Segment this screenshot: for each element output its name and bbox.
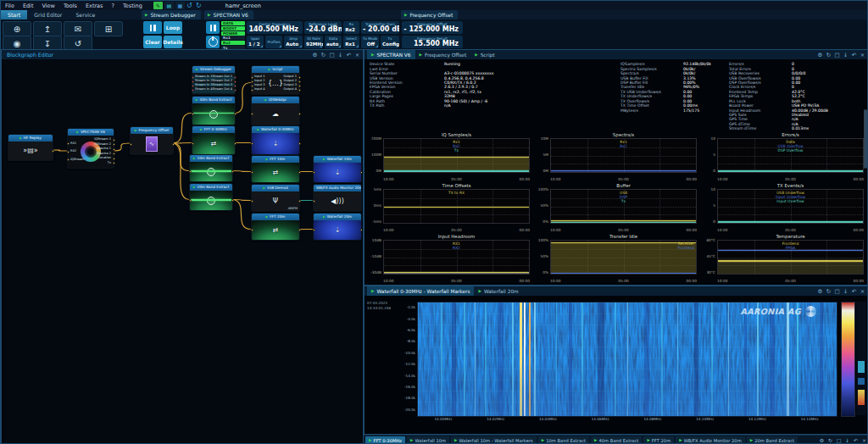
input-port[interactable] bbox=[251, 142, 253, 145]
iq-rate-field[interactable]: IQ Rate92MHz bbox=[304, 36, 323, 48]
list-icon[interactable]: ▤ bbox=[164, 2, 174, 9]
chart-plot[interactable]: USBDSPTx bbox=[550, 189, 697, 224]
data-field[interactable]: Dataauto bbox=[325, 36, 342, 48]
input-port[interactable] bbox=[192, 142, 194, 145]
select-field[interactable]: SelectRx1 bbox=[343, 36, 359, 48]
chart-plot[interactable]: Rx1Rx2 bbox=[550, 138, 697, 173]
input-port[interactable] bbox=[251, 171, 253, 174]
frequency-result-field[interactable]: Frequency Result15.500 MHz bbox=[402, 36, 463, 48]
node-wb-fx-audio-monitor-20m[interactable]: ▶WB/FX Audio Monitor 20m◀))) bbox=[313, 184, 362, 212]
output-port[interactable] bbox=[298, 76, 301, 79]
waterfall-minimap[interactable] bbox=[856, 302, 866, 415]
input-port[interactable] bbox=[251, 85, 253, 87]
output-port[interactable] bbox=[298, 89, 301, 92]
output-port[interactable] bbox=[113, 139, 115, 142]
ribbon-tab-service[interactable]: Service bbox=[69, 10, 102, 19]
chart-plot[interactable]: DataUSB OverflowDSP Overflow bbox=[717, 138, 864, 173]
status-scrollbar[interactable] bbox=[864, 109, 867, 169]
output-port[interactable] bbox=[298, 85, 301, 87]
layout-icon[interactable]: ▦ bbox=[175, 2, 185, 9]
node-fft-10m[interactable]: ▶FFT 10m⇄ bbox=[251, 155, 300, 183]
float-icon[interactable]: ↶ bbox=[346, 52, 352, 58]
input-port[interactable] bbox=[313, 200, 315, 203]
input-port[interactable] bbox=[251, 200, 253, 203]
chart-plot[interactable]: TX to RX bbox=[383, 189, 530, 224]
input-port[interactable] bbox=[251, 229, 253, 231]
input-port[interactable] bbox=[192, 80, 194, 83]
stream-debugger-pause-button[interactable] bbox=[143, 21, 162, 34]
input-port[interactable] bbox=[192, 76, 194, 79]
upload-button[interactable]: ↥ bbox=[33, 21, 62, 36]
loop-button[interactable]: Loop bbox=[164, 21, 182, 34]
node-20m-band-extract[interactable]: ▶20m Band Extract bbox=[189, 183, 233, 211]
profiles-button[interactable]: Profiles bbox=[265, 36, 282, 48]
input-port[interactable] bbox=[313, 171, 315, 174]
ribbon-tab-start[interactable]: Start bbox=[1, 10, 27, 19]
feedback-button[interactable]: ✉ bbox=[64, 21, 92, 36]
blockgraph-canvas[interactable]: ▶HF Replay»▤»▶SPECTRAN V6RX1RX2IQStreamI… bbox=[3, 59, 362, 443]
node-frequency-offset[interactable]: ▶Frequency Offset∿ bbox=[130, 126, 174, 155]
ribbon-tab-grid-editor[interactable]: Grid Editor bbox=[27, 10, 69, 19]
output-port[interactable] bbox=[360, 229, 363, 231]
input-port[interactable] bbox=[189, 199, 192, 202]
node-40m-band-extract[interactable]: ▶40m Band Extract bbox=[192, 96, 236, 125]
menu-extras[interactable]: Extras bbox=[81, 3, 108, 9]
output-port[interactable] bbox=[298, 80, 301, 83]
output-port[interactable] bbox=[234, 76, 236, 79]
output-port[interactable] bbox=[298, 200, 301, 203]
menu-[interactable]: ? bbox=[107, 3, 118, 9]
refresh-icon[interactable]: ↻ bbox=[826, 52, 832, 58]
node-10m-band-extract[interactable]: ▶10m Band Extract bbox=[189, 154, 233, 182]
details-button[interactable]: Details bbox=[164, 36, 182, 48]
close-icon[interactable]: × bbox=[860, 288, 865, 295]
dock-icon[interactable]: ↓ bbox=[843, 52, 849, 58]
rx-indicator-rx1[interactable]: Rx1 bbox=[221, 36, 245, 40]
gear-icon[interactable]: ⚙ bbox=[817, 288, 823, 295]
group-tab-spectran-v6[interactable]: ▶SPECTRAN V6 bbox=[204, 10, 253, 19]
input-port[interactable] bbox=[251, 89, 253, 92]
input-port[interactable] bbox=[251, 113, 253, 115]
store-button[interactable]: ⊞ bbox=[94, 21, 123, 36]
menu-tools[interactable]: Tools bbox=[59, 3, 81, 9]
input-port[interactable] bbox=[192, 89, 194, 92]
center-frequency-field[interactable]: Center Frequency140.500 MHz bbox=[247, 21, 303, 34]
output-port[interactable] bbox=[234, 85, 236, 87]
output-port[interactable] bbox=[298, 113, 301, 115]
clear-button[interactable]: Clear bbox=[143, 36, 162, 48]
output-port[interactable] bbox=[234, 113, 236, 115]
undo-icon[interactable]: ↺ bbox=[185, 2, 194, 9]
output-port[interactable] bbox=[298, 142, 301, 145]
panel-tab-script[interactable]: ▶Script bbox=[470, 50, 498, 59]
spectran-pause-button[interactable] bbox=[206, 21, 220, 34]
bottom-tab-fft-0-30mhz[interactable]: ▶FFT 0-30MHz bbox=[365, 436, 405, 444]
input-port[interactable] bbox=[251, 80, 253, 83]
output-port[interactable] bbox=[234, 89, 236, 92]
node-spectran-v6[interactable]: ▶SPECTRAN V6RX1RX2IQStreamIQStream 1IQSt… bbox=[67, 128, 114, 169]
output-port[interactable] bbox=[234, 142, 236, 145]
chart-plot[interactable]: RX1RX2 bbox=[383, 240, 530, 275]
close-icon[interactable]: × bbox=[861, 437, 867, 443]
bottom-tab-waterfall-10m-waterfall-markers[interactable]: ▶Waterfall 10m - Waterfall Markers bbox=[451, 436, 537, 444]
output-port[interactable] bbox=[231, 170, 234, 173]
node-waterfall-0-30mhz[interactable]: ▶Waterfall 0-30MHz⇣ bbox=[251, 125, 300, 155]
output-port[interactable] bbox=[113, 158, 115, 160]
rx-indicator-rx2[interactable]: Rx2 bbox=[221, 41, 245, 45]
node-waterfall-20m[interactable]: ▶Waterfall 20m⇣ bbox=[313, 213, 362, 241]
group-tab-stream-debugger[interactable]: ▶Stream Debugger bbox=[142, 10, 201, 19]
span-field[interactable]: Span1 / 2 bbox=[247, 36, 264, 48]
input-port[interactable] bbox=[130, 143, 132, 146]
rx-field[interactable]: RxRx2 bbox=[343, 21, 359, 34]
chart-plot[interactable]: Rx1Rx2Tx bbox=[383, 138, 530, 173]
output-port[interactable] bbox=[113, 153, 115, 155]
panel-tab-waterfall-20m[interactable]: ▶Waterfall 20m bbox=[474, 286, 522, 296]
close-icon[interactable]: × bbox=[354, 52, 360, 58]
waterfall-colorbar[interactable] bbox=[841, 302, 855, 417]
output-port[interactable] bbox=[113, 148, 115, 151]
output-port[interactable] bbox=[298, 229, 301, 231]
dock-icon[interactable]: ↓ bbox=[843, 288, 849, 295]
node-stream-debugger[interactable]: ▶Stream DebuggerStream In 1Stream In 2St… bbox=[192, 65, 236, 95]
tx-config-button[interactable]: TxConfig bbox=[381, 36, 399, 48]
node-hf-replay[interactable]: ▶HF Replay»▤» bbox=[8, 134, 53, 161]
chart-plot[interactable]: USB UnderflowInput UnderflowInput Overfl… bbox=[717, 189, 864, 224]
menu-file[interactable]: File bbox=[1, 3, 19, 9]
